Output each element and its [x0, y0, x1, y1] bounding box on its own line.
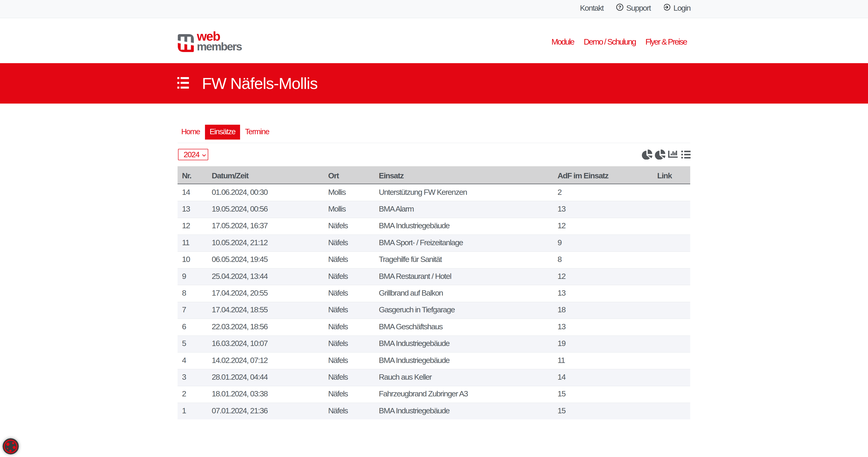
- svg-text:members: members: [197, 40, 242, 52]
- svg-text:?: ?: [618, 4, 621, 9]
